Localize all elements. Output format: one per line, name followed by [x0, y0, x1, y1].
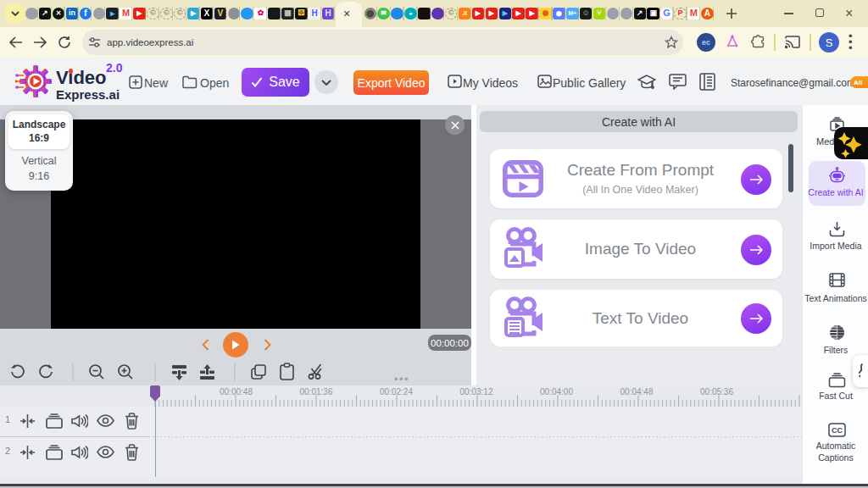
svg-text:CC: CC: [832, 426, 843, 435]
